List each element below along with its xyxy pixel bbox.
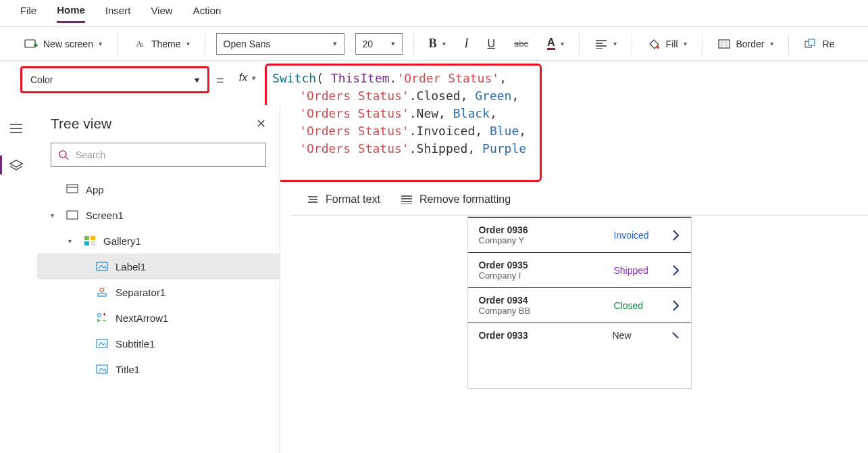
order-status: New <box>613 330 671 341</box>
tree-item-label: Separator1 <box>116 287 165 298</box>
bold-button[interactable]: B▾ <box>425 34 450 53</box>
remove-formatting-button[interactable]: Remove formatting <box>401 193 511 206</box>
tree-item-label: NextArrow1 <box>116 312 168 324</box>
expand-icon[interactable]: ▾ <box>51 212 59 219</box>
tree-item-label: Screen1 <box>86 210 124 221</box>
label-icon <box>95 362 109 376</box>
chevron-down-icon: ▾ <box>442 40 446 47</box>
new-screen-button[interactable]: New screen ▾ <box>20 34 106 53</box>
tree-search-input[interactable]: Search <box>51 143 266 167</box>
new-screen-label: New screen <box>43 39 93 49</box>
chevron-down-icon: ▾ <box>391 39 395 48</box>
order-status: Closed <box>614 300 672 311</box>
tree-item-gallery1[interactable]: ▾ Gallery1 <box>37 228 280 254</box>
screen-icon <box>66 208 79 222</box>
next-arrow-icon[interactable] <box>671 331 680 340</box>
formula-token: , <box>519 124 526 138</box>
menu-insert[interactable]: Insert <box>105 5 131 22</box>
fx-button[interactable]: fx ▾ <box>232 61 262 84</box>
new-screen-icon <box>24 37 38 51</box>
chevron-down-icon: ▾ <box>251 74 255 82</box>
separator-icon <box>95 285 109 299</box>
reorder-button[interactable]: Re <box>800 34 839 53</box>
svg-rect-14 <box>98 293 106 296</box>
menu-file[interactable]: File <box>20 5 36 22</box>
fill-button[interactable]: Fill ▾ <box>643 34 691 53</box>
menu-view[interactable]: View <box>151 5 172 22</box>
svg-point-13 <box>100 288 104 292</box>
bold-icon: B <box>429 37 437 51</box>
toolbar-separator <box>632 33 632 55</box>
formula-token: , <box>511 89 519 103</box>
expand-icon[interactable]: ▾ <box>68 237 76 245</box>
font-family-select[interactable]: Open Sans ▾ <box>216 33 344 55</box>
rail-tree-view[interactable] <box>0 153 32 177</box>
label-icon <box>95 260 109 273</box>
order-row[interactable]: Order 0934Company BBClosed <box>468 287 691 323</box>
formula-editor[interactable]: Switch( ThisItem.'Order Status', 'Orders… <box>265 64 542 182</box>
reorder-icon <box>804 37 817 51</box>
format-text-button[interactable]: Format text <box>307 193 380 206</box>
tree-item-separator1[interactable]: Separator1 <box>37 279 280 305</box>
font-size-value: 20 <box>363 39 374 49</box>
formula-token: 'Orders Status' <box>299 124 409 138</box>
svg-rect-10 <box>84 241 89 245</box>
formula-token: Green <box>475 89 511 103</box>
svg-rect-0 <box>25 40 35 47</box>
menu-action[interactable]: Action <box>193 5 222 22</box>
order-row[interactable]: Order 0935Company IShipped <box>468 252 691 287</box>
tree-search-placeholder: Search <box>76 149 105 160</box>
order-status: Invoiced <box>614 230 672 241</box>
svg-point-15 <box>98 314 101 317</box>
equals-sign: = <box>209 61 232 89</box>
next-arrow-icon[interactable] <box>672 229 680 241</box>
svg-rect-8 <box>84 236 89 240</box>
toolbar-separator <box>117 33 118 55</box>
font-color-icon: A <box>547 37 555 50</box>
layers-icon <box>9 160 23 170</box>
border-button[interactable]: Border ▾ <box>713 34 777 53</box>
tree-item-subtitle1[interactable]: Subtitle1 <box>37 331 280 356</box>
tree-item-screen1[interactable]: ▾ Screen1 <box>37 202 280 228</box>
chevron-down-icon: ▾ <box>770 40 773 47</box>
chevron-down-icon: ▾ <box>333 39 337 48</box>
close-tree-button[interactable]: ✕ <box>256 116 266 131</box>
tree-item-nextarrow1[interactable]: NextArrow1 <box>37 305 280 331</box>
tree-item-label1[interactable]: Label1 <box>37 254 280 279</box>
tree-item-label: Label1 <box>116 261 146 272</box>
formula-token: . <box>390 71 397 85</box>
tree-item-label: Title1 <box>116 364 140 375</box>
next-arrow-icon[interactable] <box>672 300 680 312</box>
font-color-button[interactable]: A▾ <box>543 34 568 53</box>
rail-hamburger[interactable] <box>0 116 32 141</box>
font-size-select[interactable]: 20 ▾ <box>355 33 403 55</box>
toolbar-separator <box>413 33 414 55</box>
hamburger-icon <box>10 124 22 133</box>
menu-home[interactable]: Home <box>57 4 85 23</box>
tree-view-title: Tree view <box>51 116 111 132</box>
tree-item-label: App <box>86 184 104 195</box>
tree-item-app[interactable]: App <box>37 176 280 202</box>
strike-icon: abc <box>514 39 528 49</box>
theme-button[interactable]: Aa Theme ▾ <box>128 34 194 53</box>
underline-button[interactable]: U <box>484 35 500 53</box>
svg-rect-9 <box>91 236 95 240</box>
order-company: Company BB <box>479 306 614 316</box>
font-family-value: Open Sans <box>224 39 271 49</box>
formula-token-fn: Switch <box>272 71 316 85</box>
order-title: Order 0934 <box>479 295 614 306</box>
app-icon <box>66 183 79 196</box>
remove-formatting-icon <box>401 195 413 204</box>
formula-token: .Shipped, <box>409 141 482 156</box>
next-arrow-icon[interactable] <box>672 264 680 277</box>
align-button[interactable]: ▾ <box>590 34 621 53</box>
toolbar-separator <box>579 33 580 55</box>
strike-button[interactable]: abc <box>510 36 532 51</box>
gallery-icon <box>83 234 97 247</box>
order-row[interactable]: Order 0933New <box>468 323 691 348</box>
tree-item-title1[interactable]: Title1 <box>37 356 280 382</box>
formula-token: , <box>490 106 497 120</box>
property-select[interactable]: Color ▾ <box>20 66 209 93</box>
italic-button[interactable]: I <box>461 34 473 53</box>
order-row[interactable]: Order 0936Company YInvoiced <box>468 217 691 252</box>
